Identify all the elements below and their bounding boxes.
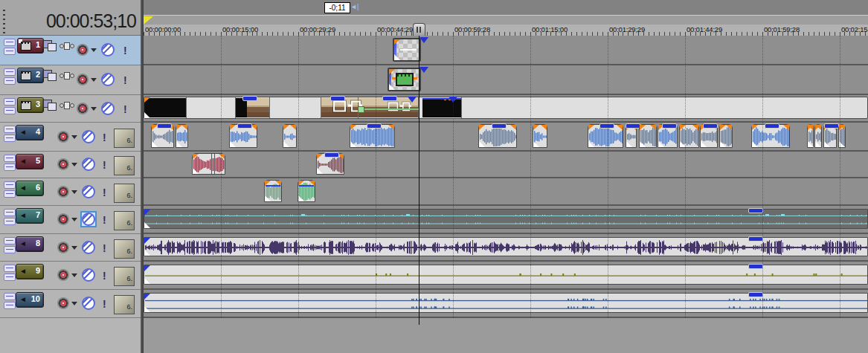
automation-settings-gear-icon[interactable]: [58, 242, 68, 253]
panel-grip-handle[interactable]: [3, 10, 5, 35]
fade-out-handle[interactable]: [388, 125, 394, 130]
track-number-badge[interactable]: ◄6: [16, 181, 44, 196]
automation-dropdown-arrow-icon[interactable]: [71, 273, 77, 277]
automation-dropdown-arrow-icon[interactable]: [71, 190, 77, 194]
fade-in-handle[interactable]: [265, 181, 271, 186]
timeline-event[interactable]: [639, 124, 657, 148]
fade-in-handle[interactable]: [394, 39, 400, 45]
timeline-event[interactable]: [823, 124, 837, 148]
automation-settings-gear-icon[interactable]: [58, 187, 68, 197]
fade-in-handle[interactable]: [588, 125, 594, 130]
timeline-event[interactable]: [751, 124, 790, 148]
automation-settings-gear-icon[interactable]: [77, 103, 88, 114]
make-compositing-child-icon[interactable]: [60, 102, 74, 109]
timeline-event[interactable]: [814, 124, 822, 148]
automation-dropdown-arrow-icon[interactable]: [71, 302, 77, 305]
time-ruler[interactable]: 00:00:00;0000:00:15;0000:00:29;2900:00:4…: [141, 25, 868, 36]
timecode-display[interactable]: 00:00:53;10: [46, 10, 136, 32]
solo-button[interactable]: !: [103, 132, 106, 143]
timeline-event[interactable]: [350, 124, 395, 148]
fade-out-handle[interactable]: [309, 181, 315, 186]
timeline-event[interactable]: [700, 124, 718, 148]
playhead-cursor[interactable]: [419, 25, 419, 325]
solo-button[interactable]: !: [123, 75, 127, 85]
compositing-mode-icon[interactable]: [43, 40, 57, 51]
track-minimize-button[interactable]: [4, 126, 16, 133]
mute-button[interactable]: [82, 297, 95, 310]
track-number-badge[interactable]: 3: [17, 97, 44, 113]
track-header-1[interactable]: 1!: [0, 36, 141, 65]
mute-button[interactable]: [82, 158, 95, 171]
automation-settings-gear-icon[interactable]: [58, 298, 68, 308]
make-compositing-child-icon[interactable]: [60, 42, 74, 49]
solo-button[interactable]: !: [103, 299, 106, 309]
fade-out-handle[interactable]: [541, 125, 547, 130]
compositing-mode-icon[interactable]: [43, 100, 57, 110]
track-fader[interactable]: 6.: [114, 184, 135, 203]
timeline-event[interactable]: [151, 124, 174, 148]
track-fader[interactable]: 6.: [114, 295, 135, 314]
timeline-event[interactable]: [229, 124, 257, 148]
timeline-event[interactable]: [316, 153, 344, 175]
track-minimize-button[interactable]: [4, 39, 16, 46]
mute-button[interactable]: [82, 213, 95, 226]
timeline-event[interactable]: [144, 97, 868, 119]
track-minimize-button[interactable]: [4, 181, 16, 189]
automation-settings-gear-icon[interactable]: [58, 214, 68, 224]
timeline-event[interactable]: [838, 124, 846, 148]
mute-button[interactable]: [101, 102, 115, 115]
fade-out-handle[interactable]: [807, 125, 813, 130]
track-restore-button[interactable]: [4, 135, 16, 142]
timeline-event[interactable]: [658, 124, 678, 148]
velocity-envelope-line[interactable]: [358, 109, 419, 110]
fade-in-handle[interactable]: [230, 125, 236, 130]
fade-in-handle[interactable]: [389, 69, 395, 74]
timeline-event[interactable]: [264, 180, 282, 202]
track-header-10[interactable]: ◄10!6.: [0, 290, 141, 318]
track-restore-button[interactable]: [4, 273, 16, 281]
fade-out-handle[interactable]: [181, 125, 187, 130]
track-restore-button[interactable]: [4, 107, 16, 114]
automation-dropdown-arrow-icon[interactable]: [71, 135, 77, 139]
track-restore-button[interactable]: [4, 163, 16, 171]
track-number-badge[interactable]: ◄4: [16, 125, 44, 140]
solo-button[interactable]: !: [103, 243, 106, 253]
fade-out-handle[interactable]: [219, 154, 225, 159]
automation-dropdown-arrow-icon[interactable]: [91, 78, 97, 82]
track-header-7[interactable]: ◄7!6.: [0, 206, 141, 234]
automation-dropdown-arrow-icon[interactable]: [71, 163, 77, 166]
track-number-badge[interactable]: 2: [17, 68, 44, 83]
automation-settings-gear-icon[interactable]: [58, 132, 68, 142]
track-fader[interactable]: 6.: [114, 129, 135, 148]
solo-button[interactable]: !: [103, 187, 106, 198]
timeline-event[interactable]: [807, 124, 814, 148]
track-minimize-button[interactable]: [4, 265, 16, 272]
track-header-6[interactable]: ◄6!6.: [0, 178, 141, 206]
loop-region-start-marker[interactable]: [144, 16, 153, 25]
track-minimize-button[interactable]: [4, 155, 16, 162]
track-minimize-button[interactable]: [4, 68, 16, 76]
fade-in-handle[interactable]: [752, 125, 758, 130]
track-minimize-button[interactable]: [4, 237, 16, 244]
pan-crop-icon[interactable]: [333, 101, 346, 112]
track-fader[interactable]: 6.: [114, 211, 135, 230]
fade-in-handle[interactable]: [533, 125, 539, 130]
fade-in-handle[interactable]: [144, 97, 150, 103]
automation-settings-gear-icon[interactable]: [77, 74, 88, 85]
fade-in-handle[interactable]: [193, 154, 199, 159]
solo-button[interactable]: !: [123, 45, 127, 56]
track-restore-button[interactable]: [4, 190, 16, 198]
track-restore-button[interactable]: [4, 302, 16, 309]
mute-button[interactable]: [82, 130, 95, 143]
solo-button[interactable]: !: [103, 271, 106, 281]
mute-button[interactable]: [101, 73, 115, 86]
mute-button[interactable]: [82, 268, 95, 282]
track-header-5[interactable]: ◄5!6.: [0, 152, 141, 178]
track-lane-6[interactable]: [141, 178, 868, 206]
mute-button[interactable]: [82, 185, 95, 198]
fade-out-handle[interactable]: [783, 125, 789, 130]
track-restore-button[interactable]: [4, 246, 16, 253]
timeline-event[interactable]: [283, 124, 297, 148]
track-number-badge[interactable]: ◄8: [16, 236, 44, 252]
track-lane-2[interactable]: [141, 65, 868, 95]
